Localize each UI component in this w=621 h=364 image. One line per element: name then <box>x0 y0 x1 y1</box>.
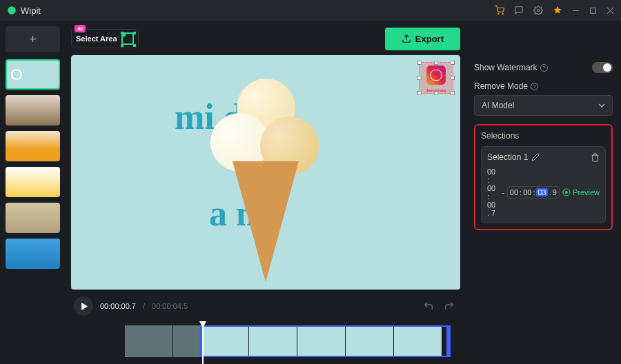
timeline-frame[interactable] <box>201 325 249 357</box>
show-watermark-label: Show Watermark ? <box>474 63 548 72</box>
clip-thumb[interactable] <box>6 131 60 161</box>
svg-rect-5 <box>591 8 596 13</box>
timeline-frame[interactable] <box>297 325 346 357</box>
minimize-button[interactable] <box>572 7 580 14</box>
remove-mode-label: Remove Mode ? <box>474 81 613 91</box>
clip-sidebar: + <box>0 21 66 364</box>
ai-badge: AI <box>75 25 86 32</box>
app-logo-icon <box>7 6 17 15</box>
preview-icon <box>562 188 571 196</box>
svg-point-0 <box>8 6 16 14</box>
svg-point-2 <box>502 14 503 14</box>
show-watermark-toggle[interactable] <box>592 62 613 73</box>
timeline-frame[interactable] <box>125 325 173 357</box>
clip-thumb[interactable] <box>6 95 60 125</box>
settings-icon[interactable] <box>533 6 543 15</box>
selections-title: Selections <box>481 131 606 141</box>
preview-label: Preview <box>573 188 600 196</box>
timeline-frame[interactable] <box>173 325 201 357</box>
selection-end-time[interactable]: 00:00:03.9 <box>507 186 560 199</box>
app-title: Wipit <box>21 6 41 16</box>
selections-panel: Selections Selection 1 00 : 00 : 00 . 7 … <box>474 124 613 230</box>
clip-thumb[interactable] <box>6 167 60 197</box>
export-label: Export <box>415 34 444 44</box>
info-icon[interactable]: ? <box>540 64 548 72</box>
clip-thumb[interactable] <box>6 59 60 90</box>
preview-canvas[interactable]: mi d a n Instagram <box>71 55 460 290</box>
export-icon <box>402 34 411 43</box>
svg-point-3 <box>537 9 540 12</box>
feedback-icon[interactable] <box>514 6 524 15</box>
timeline-frame[interactable] <box>394 325 442 357</box>
cart-icon[interactable] <box>495 6 504 15</box>
svg-marker-9 <box>81 303 88 310</box>
remove-mode-dropdown[interactable]: AI Model <box>474 95 613 116</box>
instagram-icon <box>426 65 446 85</box>
info-icon[interactable]: ? <box>531 83 538 90</box>
properties-panel: Show Watermark ? Remove Mode ? AI Model … <box>466 21 621 364</box>
add-clip-button[interactable]: + <box>6 26 60 52</box>
time-current: 00:00:00.7 <box>100 302 136 310</box>
undo-button[interactable] <box>420 298 437 314</box>
svg-point-1 <box>498 14 499 14</box>
edit-icon[interactable] <box>531 153 540 161</box>
clip-thumb[interactable] <box>6 239 60 269</box>
maximize-button[interactable] <box>589 7 597 14</box>
time-duration: 00:00:04.5 <box>152 302 188 310</box>
clip-thumb[interactable] <box>6 203 60 233</box>
timeline-frame[interactable] <box>249 325 297 357</box>
select-area-label: Select Area <box>76 34 117 43</box>
play-icon <box>81 303 88 310</box>
timeline-playhead[interactable] <box>202 323 204 364</box>
selection-name: Selection 1 <box>487 152 528 162</box>
selection-start-time[interactable]: 00 : 00 : 00 . 7 <box>487 168 499 217</box>
dropdown-value: AI Model <box>482 101 514 110</box>
watermark-selection-box[interactable]: Instagram <box>419 62 453 94</box>
chevron-down-icon <box>598 102 605 109</box>
close-button[interactable] <box>607 7 614 14</box>
play-button[interactable] <box>74 296 93 316</box>
timeline[interactable] <box>71 323 460 364</box>
selection-item: Selection 1 00 : 00 : 00 . 7 - 00:00:03.… <box>481 146 606 223</box>
title-bar: Wipit <box>0 0 621 21</box>
select-area-tool[interactable]: AI Select Area <box>71 29 139 48</box>
upgrade-icon[interactable] <box>553 6 562 15</box>
delete-icon[interactable] <box>591 153 600 162</box>
time-separator: / <box>143 302 145 310</box>
crop-icon <box>121 32 134 45</box>
playback-controls: 00:00:00.7 / 00:00:04.5 <box>71 290 460 323</box>
svg-marker-11 <box>566 191 568 194</box>
redo-button[interactable] <box>441 298 457 314</box>
timeline-frame[interactable] <box>346 325 394 357</box>
export-button[interactable]: Export <box>385 28 460 50</box>
preview-selection-button[interactable]: Preview <box>562 188 600 196</box>
